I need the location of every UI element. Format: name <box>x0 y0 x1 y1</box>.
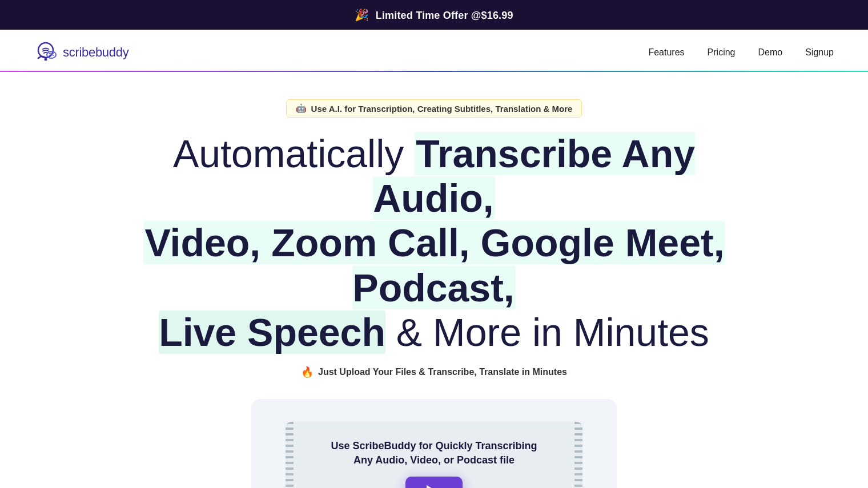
svg-point-1 <box>45 58 47 61</box>
party-icon: 🎉 <box>355 9 369 21</box>
navbar: scribebuddy Features Pricing Demo Signup <box>0 30 868 71</box>
nav-link-pricing[interactable]: Pricing <box>708 47 736 57</box>
hero-title: Automatically Transcribe Any Audio, Vide… <box>114 131 754 354</box>
video-border-left <box>286 422 294 488</box>
ai-badge-text: Use A.I. for Transcription, Creating Sub… <box>311 104 573 114</box>
nav-item-demo[interactable]: Demo <box>758 47 782 58</box>
nav-item-signup[interactable]: Signup <box>805 47 834 58</box>
fire-icon: 🔥 <box>301 366 314 378</box>
hero-title-highlight3: Live Speech <box>159 310 385 354</box>
hero-title-part1: Automatically <box>173 132 415 175</box>
ai-badge: 🤖 Use A.I. for Transcription, Creating S… <box>286 99 582 118</box>
banner-text: Limited Time Offer @$16.99 <box>376 10 513 21</box>
nav-link-demo[interactable]: Demo <box>758 47 782 57</box>
hero-title-highlight1: Transcribe Any Audio, <box>373 132 695 220</box>
hero-subtitle-text: Just Upload Your Files & Transcribe, Tra… <box>318 367 567 377</box>
play-button[interactable] <box>405 477 463 488</box>
hero-subtitle: 🔥 Just Upload Your Files & Transcribe, T… <box>114 366 754 378</box>
hero-section: 🤖 Use A.I. for Transcription, Creating S… <box>91 72 777 488</box>
nav-link-signup[interactable]: Signup <box>805 47 834 57</box>
nav-links: Features Pricing Demo Signup <box>648 47 834 58</box>
video-border-right <box>574 422 582 488</box>
hero-title-highlight2: Video, Zoom Call, Google Meet, Podcast, <box>143 221 724 309</box>
play-icon <box>427 485 444 488</box>
video-title: Use ScribeBuddy for Quickly Transcribing… <box>331 439 537 467</box>
ai-badge-icon: 🤖 <box>296 103 307 114</box>
play-button-wrap <box>405 477 463 488</box>
logo-icon <box>34 40 59 65</box>
video-container: Use ScribeBuddy for Quickly Transcribing… <box>251 399 617 488</box>
logo-text: scribebuddy <box>63 45 128 60</box>
nav-item-features[interactable]: Features <box>648 47 684 58</box>
logo-link[interactable]: scribebuddy <box>34 40 128 65</box>
top-banner: 🎉 Limited Time Offer @$16.99 <box>0 0 868 30</box>
nav-item-pricing[interactable]: Pricing <box>708 47 736 58</box>
nav-link-features[interactable]: Features <box>648 47 684 57</box>
video-inner: Use ScribeBuddy for Quickly Transcribing… <box>286 422 582 488</box>
hero-title-part2: & More in Minutes <box>385 310 709 354</box>
